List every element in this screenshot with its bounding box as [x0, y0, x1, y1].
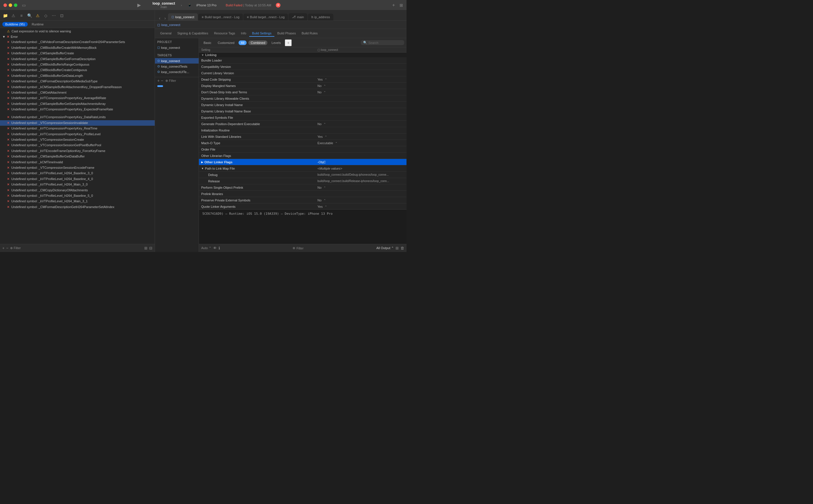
setting-quote-linker[interactable]: Quote Linker Arguments Yes ⌃ [199, 203, 406, 209]
target-item-0[interactable]: ⊙ loop_connect [155, 58, 199, 64]
tab-loop-connect[interactable]: ◻ loop_connect [168, 13, 197, 21]
list-item[interactable]: ✕ Undefined symbol: _CMSampleBufferGetSa… [0, 101, 155, 107]
target-item-2[interactable]: ⊙ loop_connectUITe... [155, 69, 199, 75]
maximize-button[interactable] [14, 3, 17, 7]
list-item[interactable]: ✕ Undefined symbol: _CMFormatDescription… [0, 204, 155, 210]
buildtime-tab[interactable]: Buildtime (95) [2, 22, 28, 27]
setting-init-routine[interactable]: Initialization Routine [199, 127, 406, 134]
list-item[interactable]: ✕ Undefined symbol: _VTCompressionSessio… [0, 142, 155, 148]
filter-all[interactable]: All [238, 40, 247, 45]
error-group-header[interactable]: ▼ ✕ Error [0, 34, 155, 39]
expand-log-icon[interactable]: ⊞ [395, 246, 399, 250]
setting-debug[interactable]: Debug build/loop_connect.build/Debug-iph… [199, 172, 406, 178]
setting-other-librarian[interactable]: Other Librarian Flags [199, 153, 406, 159]
filter-basic[interactable]: Basic [201, 40, 214, 45]
list-item[interactable]: ✕ Undefined symbol: _CMCopyDictionaryOfA… [0, 188, 155, 193]
project-item-loop-connect[interactable]: ◻ loop_connect [155, 45, 199, 50]
tab-ip-address[interactable]: h ip_address [308, 14, 333, 21]
list-item[interactable]: ✕ Undefined symbol: _kCMSampleBufferAtta… [0, 84, 155, 90]
remove-target-button[interactable]: − [161, 78, 163, 83]
list-item[interactable]: ✕ Undefined symbol: _CMBlockBufferCreate… [0, 67, 155, 73]
setting-exported-symbols[interactable]: Exported Symbols File [199, 114, 406, 121]
list-item[interactable]: ✕ Undefined symbol: _CMBlockBufferGetDat… [0, 73, 155, 79]
setting-order-file[interactable]: Order File [199, 146, 406, 153]
setting-dont-dead-strip[interactable]: Don't Dead-Strip Inits and Terms No ⌃ [199, 89, 406, 95]
target-item-1[interactable]: ⊙ loop_connectTests [155, 64, 199, 69]
settings-search-field[interactable]: 🔍 [361, 40, 404, 45]
eye-icon[interactable]: 👁 [213, 246, 217, 250]
list-item[interactable]: ✕ Undefined symbol: _CMBlockBufferIsRang… [0, 62, 155, 67]
sidebar-toggle-icon[interactable]: ▭ [22, 3, 26, 8]
list-item[interactable]: ✕ Undefined symbol: _VTCompressionSessio… [0, 137, 155, 142]
tab-resource-tags[interactable]: Resource Tags [211, 30, 238, 37]
list-item[interactable]: ✕ Undefined symbol: _kVTProfileLevel_H26… [0, 182, 155, 187]
setting-dynamic-allowable[interactable]: Dynamic Library Allowable Clients [199, 95, 406, 102]
setting-mangled[interactable]: Display Mangled Names No ⌃ [199, 83, 406, 89]
list-item[interactable]: ✕ Undefined symbol: _kVTProfileLevel_H26… [0, 193, 155, 199]
list-item[interactable]: ✕ Undefined symbol: _kVTProfileLevel_H26… [0, 176, 155, 182]
list-item[interactable]: ✕ Undefined symbol: _CMSampleBufferGetDa… [0, 154, 155, 159]
info-icon[interactable]: ℹ [218, 246, 220, 250]
setting-prelink-lib[interactable]: Prelink libraries [199, 191, 406, 197]
add-filter-button[interactable]: + [2, 246, 5, 250]
setting-gen-pos[interactable]: Generate Position-Dependent Executable N… [199, 121, 406, 127]
warning-icon[interactable]: ⚠ [10, 13, 16, 18]
list-item[interactable]: ✕ Undefined symbol: _CMBlockBufferCreate… [0, 45, 155, 51]
play-button[interactable]: ▶ [137, 2, 141, 8]
setting-current-library[interactable]: Current Library Version [199, 70, 406, 76]
tab-build-settings[interactable]: Build Settings [249, 30, 274, 37]
list-item[interactable]: ✕ Undefined symbol: _kCMTimeInvalid [0, 160, 155, 165]
setting-release[interactable]: Release build/loop_connect.build/Release… [199, 178, 406, 184]
list-item[interactable]: ✕ Undefined symbol: _kVTProfileLevel_H26… [0, 199, 155, 204]
setting-link-std[interactable]: Link With Standard Libraries Yes ⌃ [199, 134, 406, 140]
expand-icon[interactable]: ⊞ [144, 246, 147, 250]
list-item[interactable]: ✕ Undefined symbol: _kVTCompressionPrope… [0, 95, 155, 101]
tab-info[interactable]: Info [238, 30, 249, 37]
filter-icon-bottom[interactable]: ⊕ Filter [10, 246, 21, 250]
tab-build-log-1[interactable]: ≡ Build target...nnect - Log [198, 14, 243, 21]
setting-compat-version[interactable]: Compatibility Version [199, 64, 406, 70]
tab-signing[interactable]: Signing & Capabilities [174, 30, 211, 37]
section-linking-header[interactable]: ▼ Linking [199, 53, 406, 57]
list-item[interactable]: ✕ Undefined symbol: _CMVideoFormatDescri… [0, 39, 155, 45]
list-item[interactable]: ✕ Undefined symbol: _kVTEncodeFrameOptio… [0, 148, 155, 154]
folder-icon[interactable]: 📁 [2, 13, 8, 18]
tab-main[interactable]: ⎇ main [288, 13, 307, 21]
list-item[interactable]: ✕ Undefined symbol: _kVTCompressionPrope… [0, 114, 155, 120]
setting-dynamic-install-base[interactable]: Dynamic Library Install Name Base [199, 108, 406, 114]
breadcrumb-item[interactable]: loop_connect [161, 23, 180, 27]
setting-path-linkmap[interactable]: ▼ Path to Link Map File <Multiple values… [199, 165, 406, 172]
add-tab-button[interactable]: + [392, 3, 395, 8]
clear-log-icon[interactable]: 🗑 [400, 246, 404, 250]
setting-bundle-loader[interactable]: Bundle Loader [199, 57, 406, 64]
setting-other-linker[interactable]: ▶ Other Linker Flags -ObjC [199, 159, 406, 165]
collapse-icon[interactable]: ⊟ [149, 246, 152, 250]
minimize-button[interactable] [9, 3, 12, 7]
tab-general[interactable]: General [157, 30, 174, 37]
tab-build-log-2[interactable]: ≡ Build target...nnect - Log [243, 14, 288, 21]
tab-nav-forward[interactable]: › [163, 16, 168, 21]
close-button[interactable] [3, 3, 7, 7]
setting-mach-o[interactable]: Mach-O Type Executable ⌃ [199, 140, 406, 146]
stop-button[interactable]: ✕ [276, 3, 280, 8]
filter-button[interactable]: ⊕ Filter [165, 79, 176, 83]
add-target-button[interactable]: + [157, 78, 160, 83]
list-item[interactable]: ✕ Undefined symbol: _kVTCompressionPrope… [0, 126, 155, 131]
window-controls-icon[interactable]: ⊞ [399, 3, 403, 8]
output-select[interactable]: All Output ⌃ [376, 246, 394, 250]
remove-filter-button[interactable]: − [6, 246, 9, 250]
filter-combined[interactable]: Combined [248, 40, 267, 45]
list-item[interactable]: ✕ Undefined symbol: _CMSampleBufferCreat… [0, 51, 155, 56]
tab-build-rules[interactable]: Build Rules [299, 30, 321, 37]
add-setting-button[interactable]: + [285, 39, 292, 46]
filter2-icon[interactable]: ⋯ [51, 13, 57, 18]
setting-single-obj[interactable]: Perform Single-Object Prelink No ⌃ [199, 184, 406, 191]
list-item[interactable]: ✕ Undefined symbol: _VTCompressionSessio… [0, 165, 155, 171]
list-item[interactable]: ✕ Undefined symbol: _kVTProfileLevel_H26… [0, 171, 155, 176]
setting-dead-code[interactable]: Dead Code Stripping Yes ⌃ [199, 76, 406, 83]
search-icon[interactable]: 🔍 [27, 13, 32, 18]
filter-customized[interactable]: Customized [215, 40, 237, 45]
warning-item[interactable]: ⚠ Cast expression to void to silence war… [0, 29, 155, 34]
list-item-selected[interactable]: ✕ Undefined symbol: _VTCompressionSessio… [0, 120, 155, 126]
list-item[interactable]: ✕ Undefined symbol: _kVTCompressionPrope… [0, 107, 155, 112]
